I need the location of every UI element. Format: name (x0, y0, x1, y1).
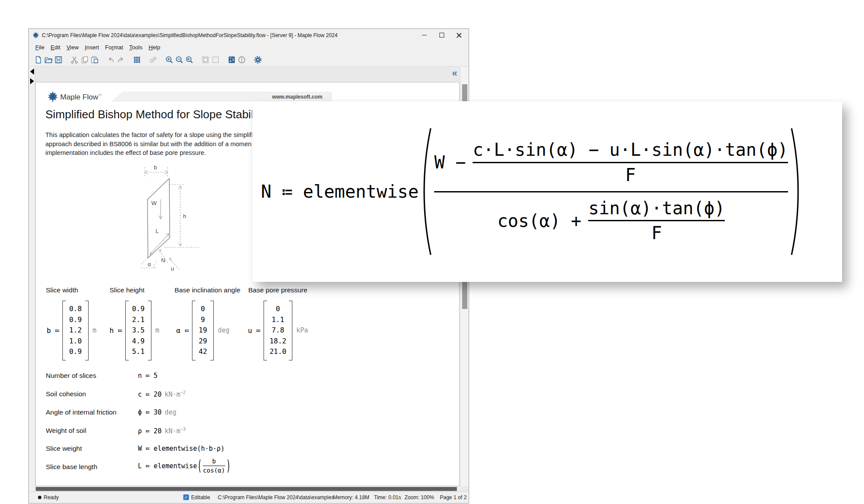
zoom-in-icon[interactable] (165, 55, 174, 64)
bracket-close (148, 301, 151, 360)
paragraph-line: This application calculates the factor o… (45, 130, 253, 140)
menu-file[interactable]: File (35, 44, 45, 51)
menu-edit[interactable]: Edit (51, 44, 60, 51)
zoom-out-icon[interactable] (175, 55, 184, 64)
diagram-label-w: W (151, 200, 157, 206)
evaluate-icon[interactable] (227, 55, 236, 64)
expand-right-handle[interactable] (30, 78, 34, 84)
collapse-panel-chevron[interactable]: « (452, 68, 457, 79)
redo-icon[interactable] (117, 55, 125, 64)
diagram-label-h: h (183, 213, 186, 219)
bracket-open (264, 301, 267, 360)
paragraph-line: approach described in BS8006 is similar … (45, 140, 253, 149)
big-open-paren (421, 126, 432, 257)
status-path: C:\Program Files\Maple Flow 2024\data\ex… (218, 494, 334, 501)
term-cos-plus: cos(α) + (497, 211, 582, 231)
label-slice-height: Slice height (110, 286, 144, 294)
bracket-open (62, 301, 66, 360)
diagram-label-b: b (154, 164, 157, 171)
inner-fraction-1: c·L·sin(α) − u·L·sin(α)·tan(ϕ) F (473, 140, 788, 185)
term-w-minus: W − (434, 152, 466, 172)
maximize-icon (439, 33, 444, 38)
titlebar: C:\Program Files\Maple Flow 2024\data\ex… (29, 29, 469, 41)
fraction-bar (473, 162, 788, 163)
maple-flow-logo-text: Maple Flow™ (60, 93, 102, 102)
select-region-icon[interactable] (211, 55, 220, 64)
main-fraction-bar (434, 191, 788, 192)
diagram-label-u: u (171, 265, 174, 272)
formula-overlay[interactable]: N ≔ elementwise W − c·L·sin(α) − u·L·sin… (252, 101, 842, 282)
formula-lhs: N ≔ elementwise (261, 182, 418, 202)
bracket-open (192, 301, 195, 360)
document-paragraph[interactable]: This application calculates the factor o… (45, 130, 253, 158)
settings-gear-icon[interactable] (254, 55, 262, 64)
formula-numerator: W − c·L·sin(α) − u·L·sin(α)·tan(ϕ) F (434, 140, 788, 185)
grid-icon[interactable] (133, 55, 141, 64)
diagram-label-n: N (161, 257, 165, 264)
status-ready: Ready (44, 494, 59, 501)
minimize-icon (422, 35, 427, 35)
save-icon[interactable] (54, 55, 63, 64)
inner-fraction-2: sin(α)·tan(ϕ) F (588, 199, 725, 243)
unit-kpa: kPa (296, 326, 308, 334)
close-button[interactable] (450, 29, 468, 41)
status-page: Page 1 of 2 (440, 494, 466, 501)
ready-indicator-icon (38, 496, 41, 499)
bracket-close (210, 301, 214, 360)
bracket-close (85, 301, 89, 360)
undo-icon[interactable] (106, 55, 115, 64)
menubar: File Edit View Insert Format Tools Help (29, 41, 469, 53)
zoom-fit-icon[interactable] (185, 55, 194, 64)
frac2-denominator: F (651, 223, 662, 243)
bracket-close (289, 301, 292, 360)
menu-tools[interactable]: Tools (129, 44, 142, 51)
menu-format[interactable]: Format (105, 44, 123, 51)
diagram-label-l: L (155, 228, 158, 234)
horizontal-scrollbar-thumb[interactable] (36, 487, 457, 491)
formula-main-fraction: W − c·L·sin(α) − u·L·sin(α)·tan(ϕ) F cos… (434, 140, 788, 243)
maplesoft-url: www.maplesoft.com (272, 94, 322, 100)
new-document-icon[interactable] (34, 55, 43, 64)
diagram-label-alpha: α (147, 261, 151, 267)
window-title: C:\Program Files\Maple Flow 2024\data\ex… (42, 32, 337, 38)
frac1-denominator: F (625, 165, 636, 185)
open-paren: ( (197, 457, 202, 475)
label-base-inclination: Base inclination angle (175, 286, 240, 294)
cut-icon[interactable] (70, 55, 79, 64)
paragraph-line: implementation includes the effect of ba… (45, 148, 253, 158)
minimize-button[interactable] (415, 29, 433, 41)
menu-view[interactable]: View (66, 44, 79, 51)
matrix-h[interactable]: h ≔ 0.92.13.54.95.1 m (110, 301, 159, 360)
formula-denominator: cos(α) + sin(α)·tan(ϕ) F (497, 199, 725, 243)
screen: { "window": { "title": "C:\\Program File… (0, 0, 864, 504)
frac2-numerator: sin(α)·tan(ϕ) (588, 199, 725, 218)
label-base-pore-pressure: Base pore pressure (248, 286, 307, 294)
frame-icon[interactable] (201, 55, 210, 64)
matrix-b[interactable]: b ≔ 0.80.91.21.00.9 m (47, 301, 96, 360)
matrix-alpha[interactable]: α ≔ 09192942 deg (176, 301, 230, 360)
big-close-paren (790, 126, 801, 257)
paste-icon[interactable] (90, 55, 99, 64)
editable-checkbox[interactable] (183, 494, 189, 500)
matrix-u[interactable]: u ≔ 01.17.818.221.0 kPa (248, 301, 308, 360)
menu-insert[interactable]: Insert (85, 44, 99, 51)
maple-flow-logo-icon (47, 91, 58, 104)
interrupt-icon[interactable] (237, 55, 246, 64)
menu-help[interactable]: Help (148, 44, 160, 51)
toolbar (29, 53, 469, 67)
copy-icon[interactable] (80, 55, 89, 64)
status-editable-label: Editable (191, 494, 210, 501)
status-zoom: Zoom: 100% (405, 494, 434, 501)
close-paren: ) (226, 457, 231, 475)
status-memory: Memory: 4.18M (333, 494, 369, 501)
unit-m: m (93, 326, 96, 334)
maximize-button[interactable] (433, 29, 450, 41)
gears-icon[interactable] (149, 55, 158, 64)
fraction-bar (588, 220, 725, 221)
document-title[interactable]: Simplified Bishop Method for Slope Stabi… (45, 108, 259, 121)
status-time: Time: 0.01s (374, 494, 401, 501)
open-folder-icon[interactable] (44, 55, 53, 64)
bracket-open (125, 301, 129, 360)
collapse-left-handle[interactable] (30, 69, 34, 75)
maple-leaf-icon (32, 32, 39, 39)
